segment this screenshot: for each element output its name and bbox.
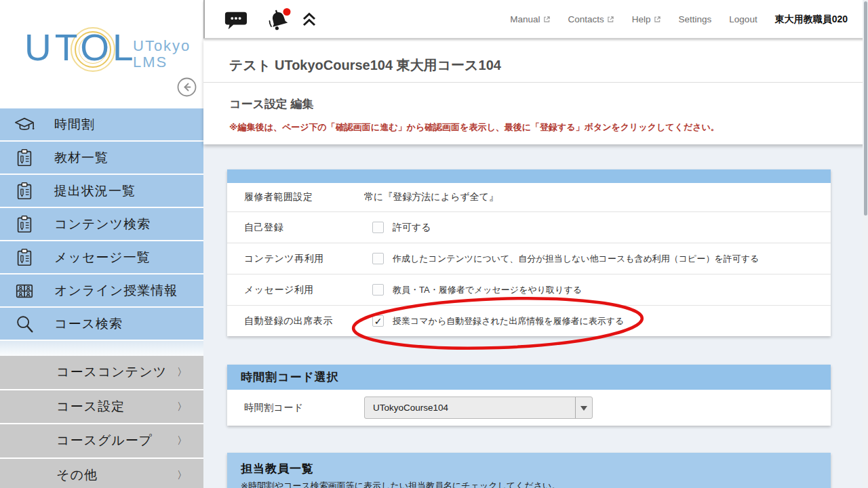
sidebar-item-course-group[interactable]: コースグループ 〉 [0,424,203,459]
contacts-link[interactable]: Contacts [568,14,614,24]
external-link-icon [607,16,614,23]
sidebar-item-materials[interactable]: 教材一覧 [0,142,203,175]
message-use-checkbox[interactable] [372,284,384,296]
notification-dot [283,8,291,16]
manual-link[interactable]: Manual [510,14,550,24]
external-link-icon [654,16,661,23]
settings-row-label: 自己登録 [227,222,364,234]
topbar-links: Manual Contacts Help Settings Logout 東大用… [510,0,848,39]
checkbox-label: 教員・TA・履修者でメッセージをやり取りする [393,284,582,296]
utol-logo: UTOL [24,26,137,69]
instructor-section-note: ※時間割やコース検索画面等に表示したい担当教員名にチェックしてください。 [241,480,831,488]
timetable-code-dropdown[interactable]: UTokyoCourse104 [364,396,593,419]
timetable-code-label: 時間割コード [227,402,364,414]
logout-link[interactable]: Logout [729,14,757,24]
settings-row-enrollee-scope: 履修者範囲設定 常に『登録方法によらず全て』 [227,183,831,211]
sidebar-item-timetable[interactable]: 時間割 [0,108,203,142]
sidebar-item-course-search[interactable]: コース検索 [0,308,203,341]
settings-table-header-bar [227,169,831,183]
message-icon[interactable] [224,9,247,33]
search-icon [14,314,35,334]
self-registration-checkbox[interactable] [372,222,384,233]
page-header: テスト UTokyoCourse104 東大用コース104 コース設定 編集 ※… [203,39,868,144]
settings-row-label: メッセージ利用 [227,284,364,296]
checkbox-label: 作成したコンテンツについて、自分が担当しない他コースも含め利用（コピー）を許可す… [393,253,759,265]
settings-row-self-registration: 自己登録 許可する [227,211,831,243]
clipboard-icon [14,148,35,168]
help-link[interactable]: Help [632,14,661,24]
settings-row-label: 履修者範囲設定 [227,191,364,203]
logo-subtitle: UTokyo LMS [133,38,191,70]
dropdown-selected-value: UTokyoCourse104 [373,397,448,418]
clipboard-icon [14,214,35,235]
clipboard-icon [14,247,35,268]
sidebar-item-course-contents[interactable]: コースコンテンツ 〉 [0,356,203,390]
settings-row-label: 自動登録の出席表示 [227,315,364,327]
settings-row-auto-attendance-display: 自動登録の出席表示 ✓ 授業コマから自動登録された出席情報を履修者に表示する [227,305,831,336]
instructor-section-title: 担当教員一覧 [241,461,831,476]
collapse-up-icon[interactable] [301,12,317,30]
main-area: Manual Contacts Help Settings Logout 東大用… [203,0,868,488]
sidebar-item-course-settings[interactable]: コース設定 〉 [0,390,203,425]
graduation-cap-icon [14,115,35,135]
settings-row-message-use: メッセージ利用 教員・TA・履修者でメッセージをやり取りする [227,274,831,305]
sidebar-item-messages[interactable]: メッセージ一覧 [0,241,203,274]
sidebar: UTOL UTokyo LMS 時間割 教材一覧 提出状況一覧 [0,0,203,488]
sidebar-item-others[interactable]: その他 〉 [0,459,203,488]
checkbox-label: 許可する [393,222,431,234]
chevron-down-icon [580,406,587,411]
settings-row-value: 常に『登録方法によらず全て』 [364,191,498,203]
sidebar-item-content-search[interactable]: コンテンツ検索 [0,208,203,241]
settings-link[interactable]: Settings [679,14,712,24]
checkbox-label: 授業コマから自動登録された出席情報を履修者に表示する [393,315,624,327]
vertical-scrollbar [863,0,868,488]
content-reuse-checkbox[interactable] [372,253,384,264]
chevron-right-icon: 〉 [177,424,187,457]
online-class-icon [14,281,35,301]
arrow-left-circle-icon [177,77,197,97]
top-bar: Manual Contacts Help Settings Logout 東大用… [203,0,868,39]
timetable-section-title: 時間割コード選択 [227,365,831,390]
chevron-right-icon: 〉 [177,356,187,388]
sidebar-item-online-class-info[interactable]: オンライン授業情報 [0,274,203,308]
settings-row-label: コンテンツ再利用 [227,253,364,265]
settings-row-content-reuse: コンテンツ再利用 作成したコンテンツについて、自分が担当しない他コースも含め利用… [227,243,831,274]
page-section-title: コース設定 編集 [203,83,868,112]
sidebar-collapse-button[interactable] [177,77,197,97]
sidebar-section-divider [0,341,203,356]
edit-warning-note: ※編集後は、ページ下の「確認画面に進む」から確認画面を表示し、最後に「登録する」… [203,112,868,134]
instructor-list-section: 担当教員一覧 ※時間割やコース検索画面等に表示したい担当教員名にチェックしてくだ… [227,453,831,488]
clipboard-icon [14,181,35,201]
chevron-right-icon: 〉 [177,459,187,488]
chevron-right-icon: 〉 [177,390,187,423]
username-label: 東大用教職員020 [775,14,848,26]
course-title: テスト UTokyoCourse104 東大用コース104 [203,39,868,75]
external-link-icon [543,16,551,23]
notification-bell-icon[interactable] [266,7,293,35]
timetable-code-section: 時間割コード選択 時間割コード UTokyoCourse104 [227,365,831,426]
logo-area: UTOL UTokyo LMS [0,0,203,108]
scroll-content: 履修者範囲設定 常に『登録方法によらず全て』 自己登録 許可する コンテンツ再利… [203,144,868,488]
sidebar-item-submission-status[interactable]: 提出状況一覧 [0,175,203,208]
scrollbar-thumb[interactable] [864,1,867,216]
auto-attendance-checkbox[interactable]: ✓ [372,315,384,327]
course-settings-table: 履修者範囲設定 常に『登録方法によらず全て』 自己登録 許可する コンテンツ再利… [227,169,831,336]
